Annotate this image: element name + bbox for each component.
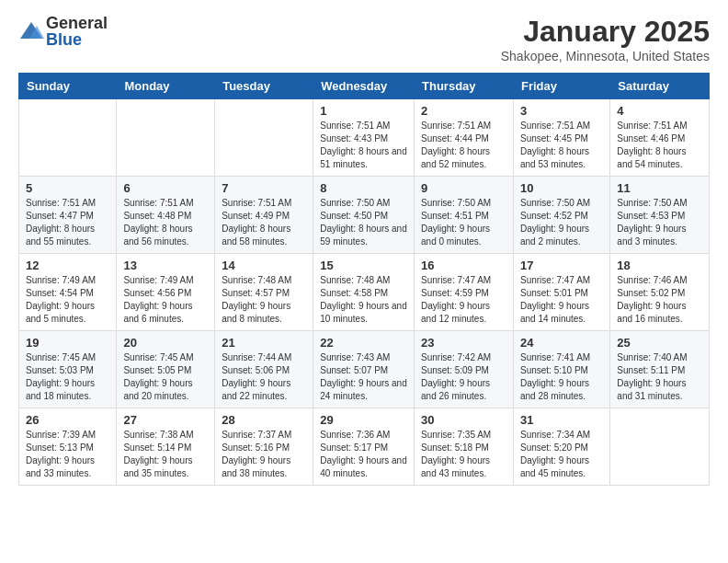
day-number: 15 [320, 259, 407, 272]
calendar-week-row: 5Sunrise: 7:51 AM Sunset: 4:47 PM Daylig… [19, 177, 710, 254]
day-info: Sunrise: 7:40 AM Sunset: 5:11 PM Dayligh… [617, 351, 702, 403]
day-info: Sunrise: 7:42 AM Sunset: 5:09 PM Dayligh… [421, 351, 506, 403]
day-number: 3 [520, 104, 603, 118]
calendar-week-row: 12Sunrise: 7:49 AM Sunset: 4:54 PM Dayli… [19, 254, 710, 331]
day-number: 25 [617, 336, 702, 350]
calendar-cell: 26Sunrise: 7:39 AM Sunset: 5:13 PM Dayli… [19, 408, 117, 486]
calendar-cell: 24Sunrise: 7:41 AM Sunset: 5:10 PM Dayli… [513, 331, 609, 408]
calendar-cell: 1Sunrise: 7:51 AM Sunset: 4:43 PM Daylig… [313, 99, 415, 177]
calendar-cell: 17Sunrise: 7:47 AM Sunset: 5:01 PM Dayli… [513, 254, 609, 331]
day-info: Sunrise: 7:39 AM Sunset: 5:13 PM Dayligh… [26, 429, 109, 480]
day-info: Sunrise: 7:34 AM Sunset: 5:20 PM Dayligh… [520, 429, 603, 480]
day-number: 13 [123, 259, 208, 272]
calendar-cell: 11Sunrise: 7:50 AM Sunset: 4:53 PM Dayli… [610, 177, 710, 254]
day-number: 21 [222, 336, 306, 350]
day-number: 31 [520, 413, 603, 427]
header: General Blue January 2025 Shakopee, Minn… [18, 15, 710, 63]
calendar-cell: 22Sunrise: 7:43 AM Sunset: 5:07 PM Dayli… [313, 331, 415, 408]
day-number: 9 [421, 181, 506, 195]
calendar-cell: 13Sunrise: 7:49 AM Sunset: 4:56 PM Dayli… [117, 254, 215, 331]
day-info: Sunrise: 7:47 AM Sunset: 4:59 PM Dayligh… [421, 274, 506, 326]
calendar-cell: 28Sunrise: 7:37 AM Sunset: 5:16 PM Dayli… [215, 408, 313, 486]
day-info: Sunrise: 7:51 AM Sunset: 4:46 PM Dayligh… [617, 120, 702, 171]
col-monday: Monday [117, 74, 215, 99]
day-number: 28 [222, 413, 306, 427]
calendar-cell: 7Sunrise: 7:51 AM Sunset: 4:49 PM Daylig… [215, 177, 313, 254]
calendar-cell [610, 408, 710, 486]
day-info: Sunrise: 7:45 AM Sunset: 5:03 PM Dayligh… [26, 351, 109, 403]
day-number: 29 [320, 413, 407, 427]
title-area: January 2025 Shakopee, Minnesota, United… [501, 15, 710, 63]
day-info: Sunrise: 7:43 AM Sunset: 5:07 PM Dayligh… [320, 351, 407, 403]
day-info: Sunrise: 7:36 AM Sunset: 5:17 PM Dayligh… [320, 429, 407, 480]
day-info: Sunrise: 7:44 AM Sunset: 5:06 PM Dayligh… [222, 351, 306, 403]
calendar-cell [19, 99, 117, 177]
logo-general-text: General [46, 15, 108, 31]
day-number: 12 [26, 259, 109, 272]
day-number: 6 [123, 181, 208, 195]
calendar-cell: 15Sunrise: 7:48 AM Sunset: 4:58 PM Dayli… [313, 254, 415, 331]
calendar-cell: 10Sunrise: 7:50 AM Sunset: 4:52 PM Dayli… [513, 177, 609, 254]
day-number: 19 [26, 336, 109, 350]
calendar-cell: 3Sunrise: 7:51 AM Sunset: 4:45 PM Daylig… [513, 99, 609, 177]
calendar-cell: 21Sunrise: 7:44 AM Sunset: 5:06 PM Dayli… [215, 331, 313, 408]
day-number: 7 [222, 181, 306, 195]
day-number: 14 [222, 259, 306, 272]
calendar-cell: 29Sunrise: 7:36 AM Sunset: 5:17 PM Dayli… [313, 408, 415, 486]
calendar-cell: 27Sunrise: 7:38 AM Sunset: 5:14 PM Dayli… [117, 408, 215, 486]
calendar-cell: 18Sunrise: 7:46 AM Sunset: 5:02 PM Dayli… [610, 254, 710, 331]
col-wednesday: Wednesday [313, 74, 415, 99]
calendar-cell: 16Sunrise: 7:47 AM Sunset: 4:59 PM Dayli… [415, 254, 514, 331]
day-number: 20 [123, 336, 208, 350]
day-number: 23 [421, 336, 506, 350]
col-tuesday: Tuesday [215, 74, 313, 99]
day-info: Sunrise: 7:48 AM Sunset: 4:58 PM Dayligh… [320, 274, 407, 326]
calendar-cell [117, 99, 215, 177]
day-info: Sunrise: 7:51 AM Sunset: 4:43 PM Dayligh… [320, 120, 407, 171]
calendar-cell: 5Sunrise: 7:51 AM Sunset: 4:47 PM Daylig… [19, 177, 117, 254]
day-info: Sunrise: 7:37 AM Sunset: 5:16 PM Dayligh… [222, 429, 306, 480]
day-number: 27 [123, 413, 208, 427]
col-saturday: Saturday [610, 74, 710, 99]
calendar-week-row: 19Sunrise: 7:45 AM Sunset: 5:03 PM Dayli… [19, 331, 710, 408]
day-number: 24 [520, 336, 603, 350]
day-number: 2 [421, 104, 506, 118]
day-info: Sunrise: 7:46 AM Sunset: 5:02 PM Dayligh… [617, 274, 702, 326]
calendar-cell: 2Sunrise: 7:51 AM Sunset: 4:44 PM Daylig… [415, 99, 514, 177]
day-number: 26 [26, 413, 109, 427]
day-number: 10 [520, 181, 603, 195]
day-info: Sunrise: 7:50 AM Sunset: 4:52 PM Dayligh… [520, 197, 603, 248]
day-info: Sunrise: 7:51 AM Sunset: 4:45 PM Dayligh… [520, 120, 603, 171]
calendar-header-row: Sunday Monday Tuesday Wednesday Thursday… [19, 74, 710, 99]
day-number: 16 [421, 259, 506, 272]
calendar-cell: 20Sunrise: 7:45 AM Sunset: 5:05 PM Dayli… [117, 331, 215, 408]
calendar-cell: 8Sunrise: 7:50 AM Sunset: 4:50 PM Daylig… [313, 177, 415, 254]
logo: General Blue [18, 15, 108, 48]
day-info: Sunrise: 7:50 AM Sunset: 4:53 PM Dayligh… [617, 197, 702, 248]
calendar-cell: 4Sunrise: 7:51 AM Sunset: 4:46 PM Daylig… [610, 99, 710, 177]
day-info: Sunrise: 7:51 AM Sunset: 4:49 PM Dayligh… [222, 197, 306, 248]
calendar-cell [215, 99, 313, 177]
col-friday: Friday [513, 74, 609, 99]
day-info: Sunrise: 7:41 AM Sunset: 5:10 PM Dayligh… [520, 351, 603, 403]
day-info: Sunrise: 7:45 AM Sunset: 5:05 PM Dayligh… [123, 351, 208, 403]
day-number: 4 [617, 104, 702, 118]
day-info: Sunrise: 7:49 AM Sunset: 4:54 PM Dayligh… [26, 274, 109, 326]
calendar-cell: 14Sunrise: 7:48 AM Sunset: 4:57 PM Dayli… [215, 254, 313, 331]
day-number: 11 [617, 181, 702, 195]
calendar-table: Sunday Monday Tuesday Wednesday Thursday… [18, 73, 710, 486]
calendar-cell: 19Sunrise: 7:45 AM Sunset: 5:03 PM Dayli… [19, 331, 117, 408]
day-info: Sunrise: 7:50 AM Sunset: 4:51 PM Dayligh… [421, 197, 506, 248]
day-info: Sunrise: 7:50 AM Sunset: 4:50 PM Dayligh… [320, 197, 407, 248]
calendar-cell: 31Sunrise: 7:34 AM Sunset: 5:20 PM Dayli… [513, 408, 609, 486]
day-info: Sunrise: 7:38 AM Sunset: 5:14 PM Dayligh… [123, 429, 208, 480]
day-info: Sunrise: 7:51 AM Sunset: 4:48 PM Dayligh… [123, 197, 208, 248]
calendar-cell: 23Sunrise: 7:42 AM Sunset: 5:09 PM Dayli… [415, 331, 514, 408]
calendar-cell: 12Sunrise: 7:49 AM Sunset: 4:54 PM Dayli… [19, 254, 117, 331]
logo-blue-text: Blue [46, 31, 108, 48]
logo-text: General Blue [46, 15, 108, 48]
calendar-week-row: 26Sunrise: 7:39 AM Sunset: 5:13 PM Dayli… [19, 408, 710, 486]
day-number: 1 [320, 104, 407, 118]
day-info: Sunrise: 7:47 AM Sunset: 5:01 PM Dayligh… [520, 274, 603, 326]
day-info: Sunrise: 7:48 AM Sunset: 4:57 PM Dayligh… [222, 274, 306, 326]
